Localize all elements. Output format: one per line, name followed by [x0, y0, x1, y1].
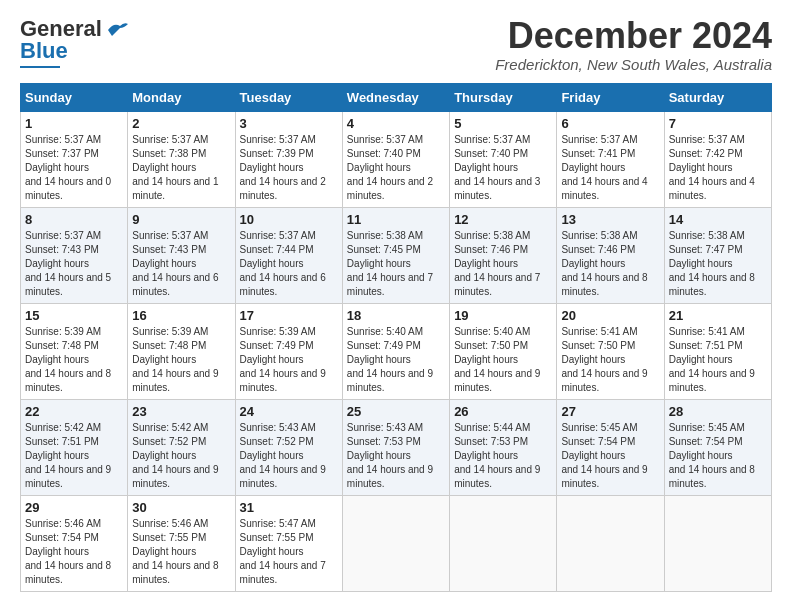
daylight-label: Daylight hours	[240, 546, 304, 557]
daylight-label: Daylight hours	[132, 354, 196, 365]
day-info: Sunrise: 5:37 AM Sunset: 7:44 PM Dayligh…	[240, 229, 338, 299]
day-info: Sunrise: 5:40 AM Sunset: 7:50 PM Dayligh…	[454, 325, 552, 395]
sunrise-text: Sunrise: 5:46 AM	[132, 518, 208, 529]
calendar-cell: 14 Sunrise: 5:38 AM Sunset: 7:47 PM Dayl…	[664, 207, 771, 303]
sunset-text: Sunset: 7:46 PM	[454, 244, 528, 255]
day-info: Sunrise: 5:39 AM Sunset: 7:49 PM Dayligh…	[240, 325, 338, 395]
day-info: Sunrise: 5:37 AM Sunset: 7:37 PM Dayligh…	[25, 133, 123, 203]
weekday-header-sunday: Sunday	[21, 83, 128, 111]
daylight-label: Daylight hours	[240, 450, 304, 461]
day-number: 10	[240, 212, 338, 227]
calendar-cell: 19 Sunrise: 5:40 AM Sunset: 7:50 PM Dayl…	[450, 303, 557, 399]
sunset-text: Sunset: 7:48 PM	[25, 340, 99, 351]
day-info: Sunrise: 5:43 AM Sunset: 7:52 PM Dayligh…	[240, 421, 338, 491]
sunset-text: Sunset: 7:51 PM	[669, 340, 743, 351]
sunset-text: Sunset: 7:52 PM	[132, 436, 206, 447]
sunrise-text: Sunrise: 5:42 AM	[132, 422, 208, 433]
sunset-text: Sunset: 7:43 PM	[25, 244, 99, 255]
sunrise-text: Sunrise: 5:37 AM	[240, 230, 316, 241]
sunset-text: Sunset: 7:49 PM	[347, 340, 421, 351]
calendar-cell: 7 Sunrise: 5:37 AM Sunset: 7:42 PM Dayli…	[664, 111, 771, 207]
sunrise-text: Sunrise: 5:38 AM	[561, 230, 637, 241]
sunset-text: Sunset: 7:40 PM	[454, 148, 528, 159]
sunrise-text: Sunrise: 5:37 AM	[132, 134, 208, 145]
weekday-header-monday: Monday	[128, 83, 235, 111]
sunset-text: Sunset: 7:50 PM	[561, 340, 635, 351]
day-number: 2	[132, 116, 230, 131]
day-info: Sunrise: 5:37 AM Sunset: 7:43 PM Dayligh…	[132, 229, 230, 299]
calendar-cell: 17 Sunrise: 5:39 AM Sunset: 7:49 PM Dayl…	[235, 303, 342, 399]
calendar-week-row: 22 Sunrise: 5:42 AM Sunset: 7:51 PM Dayl…	[21, 399, 772, 495]
sunrise-text: Sunrise: 5:43 AM	[347, 422, 423, 433]
calendar-cell: 27 Sunrise: 5:45 AM Sunset: 7:54 PM Dayl…	[557, 399, 664, 495]
daylight-label: Daylight hours	[347, 450, 411, 461]
day-number: 11	[347, 212, 445, 227]
daylight-label: Daylight hours	[454, 162, 518, 173]
sunrise-text: Sunrise: 5:40 AM	[454, 326, 530, 337]
day-info: Sunrise: 5:38 AM Sunset: 7:47 PM Dayligh…	[669, 229, 767, 299]
sunrise-text: Sunrise: 5:39 AM	[240, 326, 316, 337]
sunset-text: Sunset: 7:53 PM	[347, 436, 421, 447]
calendar-cell: 21 Sunrise: 5:41 AM Sunset: 7:51 PM Dayl…	[664, 303, 771, 399]
day-info: Sunrise: 5:37 AM Sunset: 7:40 PM Dayligh…	[454, 133, 552, 203]
sunrise-text: Sunrise: 5:37 AM	[669, 134, 745, 145]
daylight-duration: and 14 hours and 8 minutes.	[132, 560, 218, 585]
sunset-text: Sunset: 7:49 PM	[240, 340, 314, 351]
daylight-duration: and 14 hours and 8 minutes.	[561, 272, 647, 297]
daylight-duration: and 14 hours and 9 minutes.	[25, 464, 111, 489]
day-number: 16	[132, 308, 230, 323]
day-number: 30	[132, 500, 230, 515]
sunrise-text: Sunrise: 5:37 AM	[454, 134, 530, 145]
calendar-cell: 24 Sunrise: 5:43 AM Sunset: 7:52 PM Dayl…	[235, 399, 342, 495]
sunset-text: Sunset: 7:54 PM	[25, 532, 99, 543]
daylight-duration: and 14 hours and 1 minute.	[132, 176, 218, 201]
daylight-label: Daylight hours	[347, 258, 411, 269]
day-number: 15	[25, 308, 123, 323]
month-year-title: December 2024	[495, 16, 772, 56]
day-number: 6	[561, 116, 659, 131]
day-number: 14	[669, 212, 767, 227]
sunset-text: Sunset: 7:46 PM	[561, 244, 635, 255]
calendar-title-area: December 2024 Frederickton, New South Wa…	[495, 16, 772, 73]
day-info: Sunrise: 5:43 AM Sunset: 7:53 PM Dayligh…	[347, 421, 445, 491]
sunrise-text: Sunrise: 5:41 AM	[561, 326, 637, 337]
daylight-label: Daylight hours	[132, 546, 196, 557]
daylight-label: Daylight hours	[240, 354, 304, 365]
day-number: 22	[25, 404, 123, 419]
calendar-cell: 31 Sunrise: 5:47 AM Sunset: 7:55 PM Dayl…	[235, 495, 342, 591]
sunrise-text: Sunrise: 5:45 AM	[561, 422, 637, 433]
day-info: Sunrise: 5:38 AM Sunset: 7:46 PM Dayligh…	[561, 229, 659, 299]
calendar-cell	[557, 495, 664, 591]
calendar-table: SundayMondayTuesdayWednesdayThursdayFrid…	[20, 83, 772, 592]
day-info: Sunrise: 5:46 AM Sunset: 7:55 PM Dayligh…	[132, 517, 230, 587]
calendar-cell: 12 Sunrise: 5:38 AM Sunset: 7:46 PM Dayl…	[450, 207, 557, 303]
calendar-week-row: 15 Sunrise: 5:39 AM Sunset: 7:48 PM Dayl…	[21, 303, 772, 399]
calendar-week-row: 8 Sunrise: 5:37 AM Sunset: 7:43 PM Dayli…	[21, 207, 772, 303]
daylight-duration: and 14 hours and 4 minutes.	[669, 176, 755, 201]
day-info: Sunrise: 5:37 AM Sunset: 7:41 PM Dayligh…	[561, 133, 659, 203]
day-number: 18	[347, 308, 445, 323]
sunset-text: Sunset: 7:54 PM	[669, 436, 743, 447]
sunrise-text: Sunrise: 5:37 AM	[347, 134, 423, 145]
calendar-cell: 1 Sunrise: 5:37 AM Sunset: 7:37 PM Dayli…	[21, 111, 128, 207]
sunrise-text: Sunrise: 5:44 AM	[454, 422, 530, 433]
calendar-cell: 10 Sunrise: 5:37 AM Sunset: 7:44 PM Dayl…	[235, 207, 342, 303]
sunrise-text: Sunrise: 5:37 AM	[240, 134, 316, 145]
daylight-label: Daylight hours	[240, 162, 304, 173]
day-number: 3	[240, 116, 338, 131]
daylight-label: Daylight hours	[561, 450, 625, 461]
daylight-label: Daylight hours	[669, 258, 733, 269]
sunrise-text: Sunrise: 5:38 AM	[347, 230, 423, 241]
calendar-week-row: 29 Sunrise: 5:46 AM Sunset: 7:54 PM Dayl…	[21, 495, 772, 591]
daylight-duration: and 14 hours and 6 minutes.	[240, 272, 326, 297]
sunrise-text: Sunrise: 5:46 AM	[25, 518, 101, 529]
calendar-cell: 13 Sunrise: 5:38 AM Sunset: 7:46 PM Dayl…	[557, 207, 664, 303]
day-info: Sunrise: 5:38 AM Sunset: 7:46 PM Dayligh…	[454, 229, 552, 299]
daylight-duration: and 14 hours and 9 minutes.	[132, 464, 218, 489]
calendar-cell: 26 Sunrise: 5:44 AM Sunset: 7:53 PM Dayl…	[450, 399, 557, 495]
sunset-text: Sunset: 7:38 PM	[132, 148, 206, 159]
calendar-cell: 22 Sunrise: 5:42 AM Sunset: 7:51 PM Dayl…	[21, 399, 128, 495]
location-subtitle: Frederickton, New South Wales, Australia	[495, 56, 772, 73]
day-number: 20	[561, 308, 659, 323]
daylight-duration: and 14 hours and 8 minutes.	[25, 560, 111, 585]
